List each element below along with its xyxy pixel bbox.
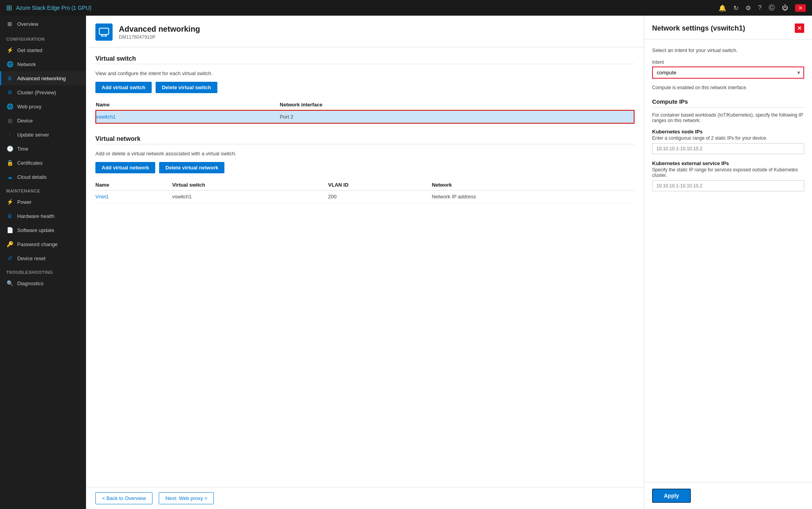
- sidebar-item-diagnostics[interactable]: 🔍 Diagnostics: [0, 276, 86, 290]
- sidebar-label-device-reset: Device reset: [17, 255, 45, 261]
- compute-info-text: Compute is enabled on this network inter…: [652, 85, 804, 90]
- main-content: Advanced networking DM1176047910P Virtua…: [86, 16, 644, 509]
- page-icon: [95, 23, 113, 41]
- vnet-network: Network IP address: [432, 191, 635, 203]
- virtual-switch-table: Name Network interface vswitch1 Port 2: [95, 99, 635, 124]
- virtual-network-desc: Add or delete a virtual network associat…: [95, 151, 635, 156]
- sidebar-label-network: Network: [17, 61, 36, 67]
- main-footer: < Back to Overview Next: Web proxy >: [86, 487, 644, 509]
- sidebar-item-certificates[interactable]: 🔒 Certificates: [0, 156, 86, 170]
- delete-virtual-switch-button[interactable]: Delete virtual switch: [156, 82, 217, 93]
- cloud-details-icon: ☁: [6, 173, 13, 180]
- side-panel-close-button[interactable]: ✕: [795, 23, 804, 33]
- power-icon[interactable]: ⏻: [782, 4, 788, 11]
- title-bar-icons: 🔔 ↻ ⚙ ? Ⓒ ⏻ ✕: [719, 4, 806, 12]
- help-icon[interactable]: ?: [758, 4, 762, 11]
- virtual-switch-desc: View and configure the intent for each v…: [95, 70, 635, 76]
- side-panel-header: Network settings (vswitch1) ✕: [644, 16, 812, 40]
- sidebar-label-time: Time: [17, 146, 28, 152]
- update-server-icon: ↑: [6, 131, 13, 138]
- cluster-icon: ⚙: [6, 89, 13, 96]
- software-update-icon: 📄: [6, 227, 13, 234]
- close-button[interactable]: ✕: [795, 4, 806, 12]
- sidebar-item-device-reset[interactable]: ↺ Device reset: [0, 251, 86, 265]
- sidebar-label-password-change: Password change: [17, 241, 57, 247]
- sidebar-item-web-proxy[interactable]: 🌐 Web proxy: [0, 99, 86, 113]
- sidebar-item-power[interactable]: ⚡ Power: [0, 195, 86, 209]
- maintenance-section-label: MAINTENANCE: [0, 184, 86, 195]
- intent-select-wrapper: compute none ▼: [652, 67, 804, 79]
- delete-virtual-network-button[interactable]: Delete virtual network: [159, 162, 224, 173]
- vswitch-name: vswitch1: [96, 110, 280, 123]
- back-to-overview-button[interactable]: < Back to Overview: [95, 492, 152, 504]
- sidebar-item-network[interactable]: 🌐 Network: [0, 57, 86, 71]
- sidebar-label-device: Device: [17, 118, 33, 124]
- intent-select[interactable]: compute none: [652, 67, 804, 79]
- side-panel-desc: Select an intent for your virtual switch…: [652, 47, 804, 53]
- k8s-ext-ips-input[interactable]: [652, 180, 804, 191]
- add-virtual-switch-button[interactable]: Add virtual switch: [95, 82, 152, 93]
- sidebar-label-get-started: Get started: [17, 47, 42, 53]
- sidebar-item-time[interactable]: 🕐 Time: [0, 142, 86, 156]
- sidebar-item-update-server[interactable]: ↑ Update server: [0, 128, 86, 142]
- account-icon[interactable]: Ⓒ: [769, 4, 775, 12]
- vnet-switch: vswitch1: [172, 191, 328, 203]
- sidebar-item-overview[interactable]: ⊞ Overview: [0, 16, 86, 32]
- side-panel: Network settings (vswitch1) ✕ Select an …: [644, 16, 812, 509]
- k8s-node-ips-label: Kubernetes node IPs: [652, 129, 804, 135]
- vswitch-col-name: Name: [96, 99, 280, 110]
- sidebar-item-hardware-health[interactable]: 🖥 Hardware health: [0, 209, 86, 223]
- sidebar-item-cloud-details[interactable]: ☁ Cloud details: [0, 170, 86, 184]
- sidebar-label-update-server: Update server: [17, 132, 49, 138]
- page-subtitle: DM1176047910P: [119, 34, 200, 40]
- virtual-network-divider: [95, 144, 635, 144]
- main-header: Advanced networking DM1176047910P: [86, 16, 644, 47]
- sidebar-item-advanced-networking[interactable]: 🖥 Advanced networking: [0, 71, 86, 85]
- virtual-network-table: Name Virtual switch VLAN ID Network Vnet…: [95, 180, 635, 203]
- vswitch-interface: Port 2: [280, 110, 634, 123]
- vnet-name: Vnet1: [95, 191, 172, 203]
- side-panel-title: Network settings (vswitch1): [652, 24, 745, 32]
- side-panel-footer: Apply: [644, 482, 812, 509]
- vnet-col-name: Name: [95, 180, 172, 191]
- virtual-switch-section: Virtual switch View and configure the in…: [95, 55, 635, 124]
- virtual-switch-btn-row: Add virtual switch Delete virtual switch: [95, 82, 635, 93]
- content-area: Advanced networking DM1176047910P Virtua…: [86, 16, 812, 509]
- sidebar-label-power: Power: [17, 199, 32, 205]
- compute-ips-desc: For container based workloads (IoT/Kuber…: [652, 112, 804, 123]
- apply-button[interactable]: Apply: [652, 489, 691, 503]
- title-bar: ⊞ Azure Stack Edge Pro (1 GPU) 🔔 ↻ ⚙ ? Ⓒ…: [0, 0, 812, 16]
- compute-ips-divider: [652, 107, 804, 108]
- sidebar-label-cluster: Cluster (Preview): [17, 90, 56, 95]
- vnet-vlan: 200: [328, 191, 432, 203]
- bell-icon[interactable]: 🔔: [719, 4, 726, 12]
- vnet-col-network: Network: [432, 180, 635, 191]
- sidebar-item-get-started[interactable]: ⚡ Get started: [0, 43, 86, 57]
- config-section-label: CONFIGURATION: [0, 32, 86, 43]
- add-virtual-network-button[interactable]: Add virtual network: [95, 162, 155, 173]
- device-icon: ▦: [6, 117, 13, 124]
- virtual-network-btn-row: Add virtual network Delete virtual netwo…: [95, 162, 635, 173]
- sidebar-item-software-update[interactable]: 📄 Software update: [0, 223, 86, 237]
- virtual-switch-title: Virtual switch: [95, 55, 635, 62]
- page-header-text: Advanced networking DM1176047910P: [119, 25, 200, 40]
- sidebar-item-password-change[interactable]: 🔑 Password change: [0, 237, 86, 251]
- sidebar-label-certificates: Certificates: [17, 160, 43, 166]
- password-change-icon: 🔑: [6, 241, 13, 248]
- app-body: ⊞ Overview CONFIGURATION ⚡ Get started 🌐…: [0, 16, 812, 509]
- refresh-icon[interactable]: ↻: [733, 4, 739, 12]
- virtual-switch-row[interactable]: vswitch1 Port 2: [96, 110, 634, 123]
- certificates-icon: 🔒: [6, 159, 13, 166]
- virtual-network-row[interactable]: Vnet1 vswitch1 200 Network IP address: [95, 191, 635, 203]
- side-panel-body: Select an intent for your virtual switch…: [644, 40, 812, 482]
- virtual-network-title: Virtual network: [95, 135, 635, 142]
- sidebar-label-web-proxy: Web proxy: [17, 104, 41, 110]
- k8s-node-ips-input[interactable]: [652, 143, 804, 154]
- settings-icon[interactable]: ⚙: [746, 4, 751, 12]
- device-reset-icon: ↺: [6, 255, 13, 262]
- sidebar-item-cluster[interactable]: ⚙ Cluster (Preview): [0, 85, 86, 99]
- next-web-proxy-button[interactable]: Next: Web proxy >: [159, 492, 214, 504]
- troubleshooting-section-label: TROUBLESHOOTING: [0, 265, 86, 276]
- intent-label: Intent: [652, 59, 804, 65]
- sidebar-item-device[interactable]: ▦ Device: [0, 113, 86, 128]
